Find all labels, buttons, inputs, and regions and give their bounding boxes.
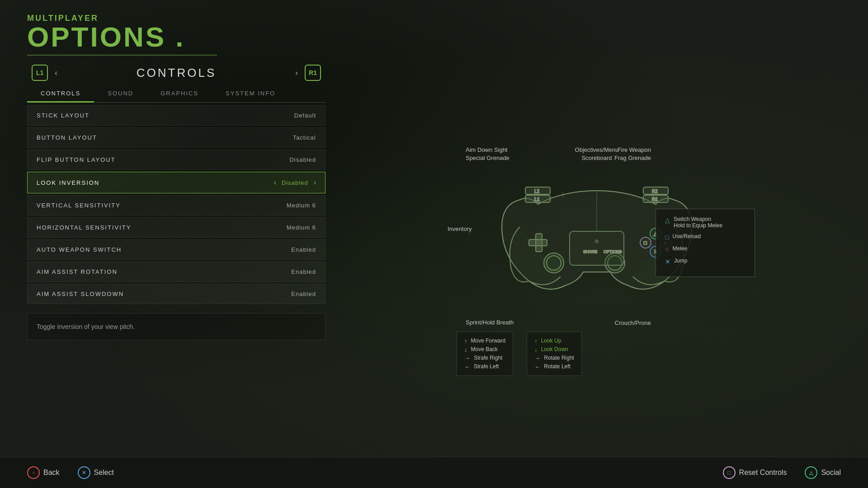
look-up: ↑ Look Up <box>534 338 574 344</box>
description-text: Toggle inversion of your view pitch. <box>37 323 135 330</box>
next-arrow[interactable]: › <box>295 68 298 78</box>
label-objectives: Objectives/Menu Scoreboard <box>575 145 619 162</box>
svg-text:OPTIONS: OPTIONS <box>604 249 622 254</box>
label-aim-down-sight: Aim Down Sight Special Grenade <box>466 145 509 162</box>
button-switch-weapon: △ Switch WeaponHold to Equip Melee <box>665 216 745 229</box>
main-container: MULTIPLAYER OPTIONS . L1 ‹ CONTROLS › R1 <box>0 0 868 488</box>
description-box: Toggle inversion of your view pitch. <box>27 313 326 340</box>
prev-arrow[interactable]: ‹ <box>55 68 57 78</box>
settings-list: STICK LAYOUT Default BUTTON LAYOUT Tacti… <box>27 105 326 304</box>
right-stick-labels: ↑ Look Up ↓ Look Down → Rotate Right ← <box>527 332 582 376</box>
controller-diagram: Aim Down Sight Special Grenade Objective… <box>439 145 755 380</box>
look-down: ↓ Look Down <box>534 346 574 353</box>
label-crouch: Crouch/Prone <box>615 319 651 326</box>
square-icon: □ <box>665 234 669 241</box>
button-jump: ✕ Jump <box>665 258 745 265</box>
triangle-icon: △ <box>665 216 670 224</box>
setting-look-inversion[interactable]: LOOK INVERSION ‹ Disabled › <box>27 172 326 193</box>
cross-icon: ✕ <box>665 258 670 265</box>
setting-auto-weapon-switch[interactable]: AUTO WEAPON SWITCH Enabled <box>27 239 326 260</box>
tab-graphics[interactable]: GRAPHICS <box>147 84 212 102</box>
nav-controls-right: › R1 <box>295 65 321 81</box>
look-inversion-next[interactable]: › <box>314 178 316 187</box>
setting-horizontal-sensitivity[interactable]: HORIZONTAL SENSITIVITY Medium 6 <box>27 217 326 238</box>
circle-icon: ○ <box>665 246 669 253</box>
left-panel: L1 ‹ CONTROLS › R1 CONTROLS SOUND GRAPHI… <box>27 65 326 488</box>
setting-aim-assist-slowdown[interactable]: AIM ASSIST SLOWDOWN Enabled <box>27 284 326 304</box>
header: MULTIPLAYER OPTIONS . <box>0 0 868 56</box>
svg-rect-6 <box>570 231 624 265</box>
section-title: CONTROLS <box>137 66 216 80</box>
strafe-right: → Strafe Right <box>464 355 505 361</box>
label-inventory: Inventory <box>448 225 472 233</box>
rotate-left: ← Rotate Left <box>534 363 574 370</box>
rotate-right: → Rotate Right <box>534 355 574 361</box>
svg-text:R1: R1 <box>652 197 658 202</box>
look-inversion-controls: ‹ Disabled › <box>274 178 316 187</box>
setting-stick-layout[interactable]: STICK LAYOUT Default <box>27 105 326 126</box>
tabs-row: CONTROLS SOUND GRAPHICS SYSTEM INFO <box>27 84 326 103</box>
setting-flip-button-layout[interactable]: FLIP BUTTON LAYOUT Disabled <box>27 150 326 170</box>
svg-point-3 <box>547 256 561 270</box>
page-title: OPTIONS . <box>27 23 841 51</box>
svg-text:L1: L1 <box>534 197 540 202</box>
nav-controls-left: L1 ‹ <box>32 65 57 81</box>
setting-vertical-sensitivity[interactable]: VERTICAL SENSITIVITY Medium 6 <box>27 195 326 216</box>
r1-button[interactable]: R1 <box>305 65 321 81</box>
setting-button-layout[interactable]: BUTTON LAYOUT Tactical <box>27 127 326 148</box>
svg-rect-1 <box>529 239 547 246</box>
tab-system-info[interactable]: SYSTEM INFO <box>212 84 289 102</box>
left-stick-labels: ↑ Move Forward ↓ Move Back → Strafe Righ… <box>457 332 513 376</box>
tab-sound[interactable]: SOUND <box>94 84 147 102</box>
move-forward: ↑ Move Forward <box>464 338 505 344</box>
svg-text:L2: L2 <box>534 189 540 194</box>
label-sprint: Sprint/Hold Breath <box>466 318 514 326</box>
nav-bar: L1 ‹ CONTROLS › R1 <box>27 65 326 81</box>
strafe-left: ← Strafe Left <box>464 363 505 370</box>
svg-text:R2: R2 <box>652 189 658 194</box>
button-melee: ○ Melee <box>665 245 745 253</box>
l1-button[interactable]: L1 <box>32 65 48 81</box>
tab-controls[interactable]: CONTROLS <box>27 84 94 102</box>
move-back: ↓ Move Back <box>464 346 505 353</box>
stick-labels-container: ↑ Move Forward ↓ Move Back → Strafe Righ… <box>457 332 582 376</box>
controller-diagram-panel: Aim Down Sight Special Grenade Objective… <box>326 65 868 488</box>
setting-aim-assist-rotation[interactable]: AIM ASSIST ROTATION Enabled <box>27 262 326 282</box>
right-buttons-panel: △ Switch WeaponHold to Equip Melee □ Use… <box>656 209 755 277</box>
content-area: L1 ‹ CONTROLS › R1 CONTROLS SOUND GRAPHI… <box>0 56 868 488</box>
label-fire-weapon: Fire Weapon Frag Grenade <box>614 145 651 162</box>
svg-point-9 <box>595 240 598 243</box>
svg-text:SHARE: SHARE <box>583 249 597 254</box>
look-inversion-prev[interactable]: ‹ <box>274 178 276 187</box>
svg-text:□: □ <box>644 240 647 245</box>
button-use-reload: □ Use/Reload <box>665 233 745 241</box>
